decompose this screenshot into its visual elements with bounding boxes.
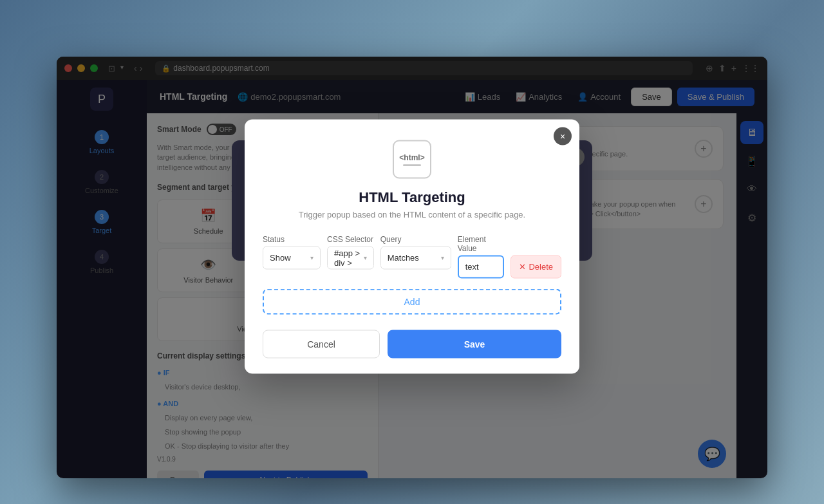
- browser-window: ⊡ ▾ ‹ › 🔒 dashboard.popupsmart.com ⊕ ⬆ +…: [57, 57, 767, 478]
- html-modal-icon: <html>: [393, 140, 431, 178]
- delete-field: Del ✕ Delete: [510, 243, 561, 278]
- css-chevron: ▾: [364, 254, 367, 261]
- html-modal-icon-wrap: <html>: [263, 140, 561, 178]
- add-button[interactable]: Add: [263, 288, 561, 314]
- modal-save-button[interactable]: Save: [388, 330, 561, 358]
- status-select[interactable]: Show ▾: [263, 246, 321, 269]
- query-field: Query Matches ▾: [380, 234, 451, 269]
- html-icon-text: <html>: [399, 153, 424, 162]
- element-value-label: Element Value: [458, 234, 505, 252]
- html-modal-subtitle: Trigger popup based on the HTML content …: [263, 209, 561, 219]
- css-selector-field: CSS Selector #app > div > ▾: [327, 234, 374, 269]
- query-value: Matches: [388, 253, 419, 263]
- status-label: Status: [263, 234, 321, 243]
- query-select[interactable]: Matches ▾: [380, 246, 451, 269]
- element-value-field: Element Value: [458, 234, 505, 278]
- html-icon-bar: [403, 164, 421, 165]
- form-row: Status Show ▾ CSS Selector #app > div > …: [263, 234, 561, 278]
- css-selector-value: #app > div >: [334, 248, 364, 267]
- status-value: Show: [270, 253, 291, 263]
- html-modal-title: HTML Targeting: [263, 189, 561, 205]
- query-chevron: ▾: [441, 254, 444, 261]
- element-value-input[interactable]: [458, 255, 505, 278]
- delete-button[interactable]: ✕ Delete: [510, 255, 561, 278]
- css-selector-select[interactable]: #app > div > ▾: [327, 246, 374, 269]
- x-icon: ✕: [519, 262, 526, 272]
- html-targeting-modal: × <html> HTML Targeting Trigger popup ba…: [245, 119, 579, 373]
- html-icon-inner: <html>: [399, 153, 424, 165]
- status-field: Status Show ▾: [263, 234, 321, 269]
- cancel-button[interactable]: Cancel: [263, 330, 380, 358]
- modal-actions: Cancel Save: [263, 330, 561, 358]
- css-selector-label: CSS Selector: [327, 234, 374, 243]
- query-label: Query: [380, 234, 451, 243]
- html-modal-close[interactable]: ×: [554, 127, 572, 145]
- status-chevron: ▾: [310, 254, 314, 261]
